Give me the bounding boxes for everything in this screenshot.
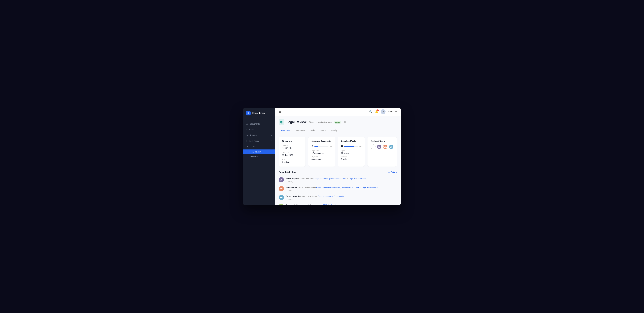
owner-label: Owner	[282, 144, 302, 146]
data-points-icon: ≡	[246, 140, 247, 142]
user-name: Robert Fox	[387, 111, 397, 113]
activity-avatar: EH	[279, 195, 284, 200]
activity-link[interactable]: OTC Confirmations review	[323, 204, 345, 205]
created-value: 08 Jul, 2020	[282, 154, 302, 156]
tasks-icon: ≡	[246, 128, 247, 131]
activity-action: created a new project	[298, 186, 316, 188]
more-icon[interactable]: ···	[348, 121, 349, 123]
activity-item: JC Jane Cooper created a new task Comple…	[279, 175, 397, 184]
created-label: Created	[282, 152, 302, 153]
activity-user: Wade Warren	[286, 186, 297, 188]
sidebar-item-label: Tasks	[249, 129, 254, 131]
activity-avatar: JC	[279, 177, 284, 182]
recent-activities-header: Recent Activities All Activity	[279, 171, 397, 173]
activity-user: Esther Howard	[286, 195, 299, 197]
add-stream-label: Add stream	[250, 155, 259, 158]
tab-activity[interactable]: Activity	[328, 128, 340, 133]
reports-icon: ⊙	[246, 134, 248, 137]
notification-badge: 1	[377, 109, 379, 111]
notification-icon[interactable]: 🔔 1	[375, 110, 378, 113]
sidebar-stream-legal-review[interactable]: Legal Review	[243, 149, 275, 154]
sidebar-item-data-points[interactable]: ≡ Data Points ▾	[243, 138, 275, 144]
activity-action: created a new task	[297, 177, 314, 180]
completed-tasks-card: Completed Tasks 6 48 Open 23 tasks Overd…	[338, 137, 365, 167]
approved-total: 34	[330, 145, 332, 147]
page-title: Legal Review	[286, 120, 306, 124]
rejected-value: 4 documents	[312, 158, 332, 160]
activity-connector: in	[360, 186, 362, 188]
activity-link[interactable]: Fund Management Agreements	[318, 195, 344, 197]
topbar-left: ☰	[279, 110, 281, 113]
activity-time: 2 days ago	[286, 189, 379, 191]
activity-time: 3 days ago	[286, 198, 344, 200]
activity-content: Esther Howard created a new stream Fund …	[286, 195, 344, 200]
activity-user: Cameron Williamson	[286, 204, 304, 205]
avatar-u2: WW	[383, 144, 388, 149]
logo-text: DocsStream	[252, 112, 265, 114]
stream-name: Legal Review	[250, 151, 260, 153]
rejected-stat: Rejected 4 documents	[312, 156, 332, 160]
activity-text: Esther Howard created a new stream Fund …	[286, 195, 344, 198]
document-icon: ☐	[246, 123, 248, 125]
menu-icon[interactable]: ☰	[279, 110, 281, 113]
topbar: ☰ 🔍 🔔 1 RF Robert Fox	[275, 108, 401, 116]
chevron-icon: ▾	[271, 134, 272, 136]
tasks-progress-fill	[344, 146, 354, 147]
stream-info-title: Stream Info	[282, 140, 302, 142]
activity-avatar: CW	[279, 204, 284, 205]
page-subtitle: Stream for contracts review	[309, 121, 332, 123]
tasks-count: 6	[341, 144, 343, 148]
user-menu[interactable]: RF Robert Fox	[381, 109, 397, 114]
activity-stream-link[interactable]: Legal Review stream	[349, 177, 366, 180]
approved-progress-fill	[314, 146, 318, 147]
logo-icon: D	[246, 111, 250, 115]
activity-user: Jane Cooper	[286, 177, 297, 180]
recent-activities-title: Recent Activities	[279, 171, 296, 173]
tab-tasks[interactable]: Tasks	[308, 128, 318, 133]
activity-link[interactable]: Complete product governance checklist	[314, 177, 346, 180]
users-icon: ⊙	[246, 145, 248, 148]
activity-link[interactable]: Present to fee committee (FC) and confir…	[316, 186, 359, 188]
owner-value: Robert Fox	[282, 147, 302, 149]
open-value: 23 tasks	[341, 152, 362, 154]
activity-stream-link[interactable]: Legal Review stream	[362, 186, 379, 188]
add-user-button[interactable]: +	[370, 144, 376, 149]
in-progress-value: 17 documents	[312, 152, 332, 154]
activity-item: WW Wade Warren created a new project Pre…	[279, 184, 397, 193]
sidebar-item-label: Reports	[250, 134, 256, 136]
activity-content: Jane Cooper created a new task Complete …	[286, 177, 366, 182]
topbar-right: 🔍 🔔 1 RF Robert Fox	[369, 109, 397, 114]
stream-info-card: Stream Info Owner Robert Fox Created 08 …	[279, 137, 306, 167]
approved-progress-row: 9 34	[312, 144, 332, 148]
tab-users[interactable]: Users	[318, 128, 328, 133]
stream-icon	[279, 119, 284, 125]
tab-overview[interactable]: Overview	[279, 128, 292, 133]
tab-documents[interactable]: Documents	[292, 128, 308, 133]
all-activity-link[interactable]: All Activity	[388, 171, 397, 173]
assigned-users-title: Assigned Users	[370, 140, 394, 142]
add-stream-link[interactable]: Add stream	[243, 154, 275, 159]
sidebar-item-reports[interactable]: ⊙ Reports ▾	[243, 132, 275, 138]
sidebar-item-documents[interactable]: ☐ Documents	[243, 121, 275, 127]
user-avatar: RF	[381, 109, 386, 114]
status-badge: active	[334, 121, 341, 124]
in-progress-stat: In progress 17 documents	[312, 150, 332, 154]
assigned-avatars: + JC WW EH	[370, 144, 394, 149]
activity-connector: in	[347, 177, 349, 180]
activity-content: Cameron Williamson created a new stream …	[286, 204, 345, 205]
open-label: Open	[341, 150, 362, 152]
tasks-progress-row: 6 48	[341, 144, 362, 148]
sidebar-item-label: Data Points	[249, 140, 259, 142]
sidebar-item-users[interactable]: ⊙ Users	[243, 144, 275, 149]
settings-icon[interactable]: ⚙	[344, 121, 346, 124]
activity-content: Wade Warren created a new project Presen…	[286, 186, 379, 191]
search-icon[interactable]: 🔍	[369, 110, 372, 113]
chevron-icon: ▾	[271, 140, 272, 142]
tasks-progress-bar	[344, 146, 358, 147]
sidebar-logo: D DocsStream	[243, 108, 275, 119]
approved-progress-bar	[314, 146, 328, 147]
overdue-stat: Overdue 5 tasks	[341, 156, 362, 160]
completed-tasks-title: Completed Tasks	[341, 140, 362, 142]
sidebar-item-tasks[interactable]: ≡ Tasks	[243, 127, 275, 132]
stream-list: Legal Review Add stream	[243, 149, 275, 160]
